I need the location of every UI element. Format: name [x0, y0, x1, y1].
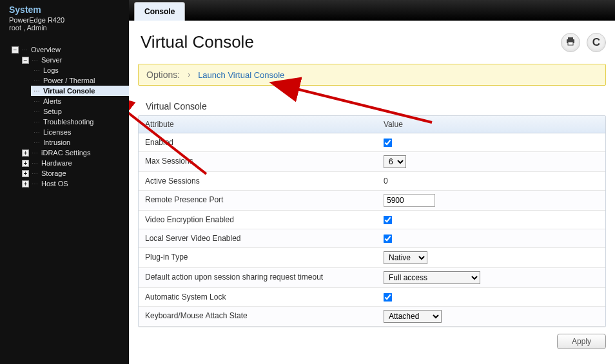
main-content: Console Virtual Console C Options:	[129, 0, 615, 364]
tree-item-alerts[interactable]: ⋯Alerts	[31, 96, 129, 106]
tree-item-storage[interactable]: +⋯Storage	[19, 168, 129, 178]
tree-item-intrusion[interactable]: ⋯Intrusion	[31, 137, 129, 148]
row-automatic-lock: Automatic System Lock	[139, 288, 605, 307]
row-remote-port: Remote Presence Port	[139, 191, 605, 211]
expand-icon[interactable]: +	[22, 180, 29, 187]
table-header: Attribute Value	[139, 116, 605, 133]
nav-tree: − ⋯ Overview − ⋯ Server ⋯Logs ⋯Power / T…	[0, 44, 129, 189]
tree-label: iDRAC Settings	[41, 149, 90, 157]
section-title: Virtual Console	[146, 101, 605, 111]
tree-label: Power / Thermal	[43, 77, 95, 84]
sidebar-model: PowerEdge R420	[9, 16, 122, 24]
timeout-action-select[interactable]: Full accessRead onlyDeny access	[384, 271, 480, 284]
apply-button[interactable]: Apply	[557, 334, 606, 349]
row-label: Keyboard/Mouse Attach State	[139, 307, 377, 326]
tree-item-idrac-settings[interactable]: +⋯iDRAC Settings	[19, 148, 129, 158]
max-sessions-select[interactable]: 123456	[384, 155, 406, 168]
row-label: Video Encryption Enabled	[139, 211, 377, 229]
tree-item-hardware[interactable]: +⋯Hardware	[19, 158, 129, 168]
sidebar-title-link[interactable]: System	[9, 5, 122, 15]
tree-label: Logs	[43, 66, 59, 74]
tree-dots: ⋯	[34, 88, 41, 95]
row-label: Plug-in Type	[139, 248, 377, 267]
tree-item-virtual-console[interactable]: ⋯Virtual Console	[31, 86, 129, 96]
options-label: Options:	[146, 70, 180, 80]
row-kbm-attach: Keyboard/Mouse Attach State AttachedDeta…	[139, 307, 605, 327]
tree-dots: ⋯	[34, 108, 41, 115]
tree-item-logs[interactable]: ⋯Logs	[31, 65, 129, 75]
options-bar: Options: › Launch Virtual Console	[138, 64, 606, 86]
row-label: Active Sessions	[139, 172, 377, 190]
row-enabled: Enabled	[139, 133, 605, 152]
tree-dots: ⋯	[34, 77, 41, 84]
caret-right-icon: ›	[188, 70, 190, 79]
collapse-icon[interactable]: −	[22, 57, 29, 64]
tab-bar: Console	[129, 0, 615, 21]
row-active-sessions: Active Sessions 0	[139, 172, 605, 191]
row-label: Default action upon session sharing requ…	[139, 268, 377, 287]
tree-dots: ⋯	[32, 160, 39, 167]
tree-item-licenses[interactable]: ⋯Licenses	[31, 127, 129, 137]
tree-item-overview[interactable]: − ⋯ Overview	[9, 44, 129, 55]
print-icon	[565, 37, 576, 48]
tree-item-server[interactable]: − ⋯ Server	[19, 55, 129, 65]
row-label: Max Sessions	[139, 152, 377, 171]
tree-dots: ⋯	[34, 67, 41, 74]
row-label: Local Server Video Enabled	[139, 229, 377, 247]
tree-dots: ⋯	[34, 98, 41, 105]
svg-rect-2	[568, 42, 573, 45]
print-button[interactable]	[561, 33, 580, 52]
tree-item-troubleshooting[interactable]: ⋯Troubleshooting	[31, 117, 129, 127]
tree-item-power-thermal[interactable]: ⋯Power / Thermal	[31, 75, 129, 86]
row-video-encryption: Video Encryption Enabled	[139, 211, 605, 229]
tree-dots: ⋯	[34, 119, 41, 126]
tree-label: Licenses	[43, 128, 71, 136]
tree-dots: ⋯	[32, 149, 39, 157]
tree-dots: ⋯	[32, 57, 39, 64]
plugin-type-select[interactable]: NativeJavaHTML5	[384, 251, 427, 264]
sidebar-header: System PowerEdge R420 root , Admin	[0, 0, 129, 37]
remote-port-input[interactable]	[384, 194, 435, 207]
header-value: Value	[377, 116, 605, 133]
tree-dots: ⋯	[32, 180, 39, 187]
tree-label: Host OS	[41, 180, 68, 187]
tree-label: Intrusion	[43, 139, 70, 146]
tree-label: Setup	[43, 108, 62, 115]
tree-item-setup[interactable]: ⋯Setup	[31, 106, 129, 117]
svg-rect-0	[568, 37, 573, 39]
page-title: Virtual Console	[141, 32, 254, 52]
video-encryption-checkbox[interactable]	[384, 215, 393, 224]
collapse-icon[interactable]: −	[12, 46, 19, 53]
enabled-checkbox[interactable]	[384, 138, 393, 147]
kbm-attach-select[interactable]: AttachedDetachedAuto-attach	[384, 310, 442, 323]
refresh-button[interactable]: C	[587, 33, 606, 52]
auto-lock-checkbox[interactable]	[384, 292, 393, 302]
tree-label: Storage	[41, 169, 66, 177]
tree-label: Overview	[31, 46, 61, 53]
row-label: Remote Presence Port	[139, 191, 377, 210]
expand-icon[interactable]: +	[22, 160, 29, 167]
tree-dots: ⋯	[34, 129, 41, 136]
tree-item-host-os[interactable]: +⋯Host OS	[19, 178, 129, 189]
sidebar: System PowerEdge R420 root , Admin − ⋯ O…	[0, 0, 129, 364]
tree-dots: ⋯	[21, 46, 28, 53]
tree-dots: ⋯	[34, 139, 41, 146]
tab-console[interactable]: Console	[134, 2, 185, 21]
settings-table: Attribute Value Enabled Max Sessions 123…	[138, 115, 606, 327]
tree-label: Alerts	[43, 97, 61, 105]
row-max-sessions: Max Sessions 123456	[139, 152, 605, 172]
expand-icon[interactable]: +	[22, 170, 29, 177]
expand-icon[interactable]: +	[22, 149, 29, 157]
refresh-icon: C	[592, 36, 600, 49]
row-label: Automatic System Lock	[139, 288, 377, 306]
row-session-timeout-action: Default action upon session sharing requ…	[139, 268, 605, 288]
tree-label: Hardware	[41, 159, 72, 167]
launch-virtual-console-link[interactable]: Launch Virtual Console	[198, 70, 284, 80]
tree-label: Troubleshooting	[43, 118, 93, 126]
row-label: Enabled	[139, 133, 377, 151]
row-local-server-video: Local Server Video Enabled	[139, 229, 605, 248]
sidebar-user: root , Admin	[9, 24, 122, 32]
local-video-checkbox[interactable]	[384, 234, 393, 243]
tree-label: Virtual Console	[43, 87, 95, 95]
active-sessions-value: 0	[384, 177, 388, 186]
